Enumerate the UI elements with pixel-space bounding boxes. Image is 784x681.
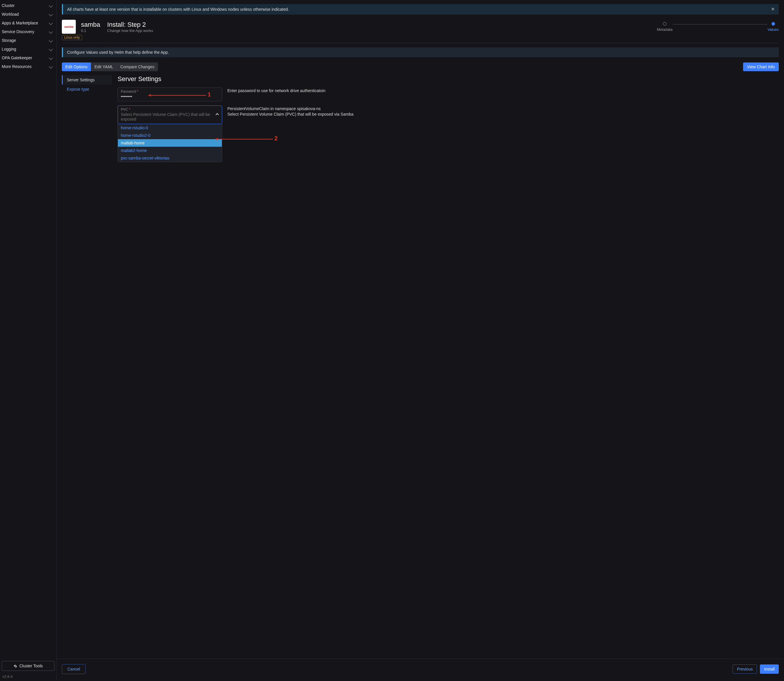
gear-icon [14, 664, 17, 668]
previous-button[interactable]: Previous [733, 664, 757, 674]
pvc-option[interactable]: home-rstudio2-0 [118, 131, 222, 139]
tab-edit-options[interactable]: Edit Options [62, 62, 91, 71]
nav-label: More Resources [2, 64, 32, 69]
password-row: Password * Enter password to use for net… [118, 87, 779, 101]
pvc-help-line1: PersistentVolumeClaim in namespace spisa… [228, 106, 779, 112]
nav-item-workload[interactable]: Workload [0, 10, 56, 19]
banner-text: All charts have at least one version tha… [67, 7, 289, 12]
app-icon: samba [62, 20, 76, 34]
nav-label: Storage [2, 38, 16, 43]
required-icon: * [137, 89, 139, 93]
pvc-option[interactable]: matlab2-home [118, 147, 222, 154]
nav-item-apps[interactable]: Apps & Marketplace [0, 19, 56, 27]
nav-label: Workload [2, 12, 19, 17]
nav-item-service-discovery[interactable]: Service Discovery [0, 27, 56, 36]
step-values[interactable]: Values [767, 22, 779, 32]
step-circle-icon [771, 22, 775, 25]
content: All charts have at least one version tha… [57, 0, 784, 659]
chevron-down-icon [49, 30, 53, 34]
pvc-option[interactable]: home-rstudio-0 [118, 124, 222, 131]
install-title-block: Install: Step 2 Change how the App works [107, 21, 153, 33]
header-row: samba samba 0.1 Install: Step 2 Change h… [62, 20, 779, 34]
app-title-block: samba 0.1 [81, 21, 100, 33]
tab-compare[interactable]: Compare Changes [117, 62, 158, 71]
install-button[interactable]: Install [760, 664, 779, 674]
label-text: Password [121, 89, 136, 93]
section-body: Server Settings Password * Enter passwor… [112, 75, 779, 174]
section-nav: Server Settings Expose type [62, 75, 112, 174]
linux-badge: Linux only [62, 35, 82, 40]
annotation-arrow-2 [215, 139, 273, 139]
pvc-row: PVC * Select Persistent Volume Claim (PV… [118, 106, 779, 124]
badges: Linux only [62, 35, 779, 40]
password-field[interactable]: Password * [118, 87, 222, 101]
tab-group: Edit Options Edit YAML Compare Changes [62, 62, 158, 71]
step-label: Metadata [657, 27, 672, 32]
label-text: PVC [121, 108, 128, 112]
cluster-tools-button[interactable]: Cluster Tools [2, 661, 55, 671]
step-metadata[interactable]: Metadata [657, 22, 672, 32]
divider [62, 43, 779, 43]
info-banner: All charts have at least one version tha… [62, 4, 779, 14]
nav-item-cluster[interactable]: Cluster [0, 1, 56, 10]
pvc-help-line2: Select Persistent Volume Claim (PVC) tha… [228, 112, 779, 117]
cancel-button[interactable]: Cancel [62, 664, 86, 674]
field-label: Password * [121, 89, 219, 93]
app-version: 0.1 [81, 29, 100, 33]
chevron-down-icon [49, 38, 53, 43]
pvc-dropdown: home-rstudio-0 home-rstudio2-0 matlab-ho… [118, 124, 222, 162]
app-root: Cluster Workload Apps & Marketplace Serv… [0, 0, 784, 681]
pvc-dropdown-wrap: home-rstudio-0 home-rstudio2-0 matlab-ho… [118, 124, 779, 162]
required-icon: * [129, 108, 130, 112]
nav-label: OPA Gatekeeper [2, 55, 32, 60]
tab-edit-yaml[interactable]: Edit YAML [91, 62, 117, 71]
nav-label: Service Discovery [2, 29, 34, 34]
sidebar: Cluster Workload Apps & Marketplace Serv… [0, 0, 57, 681]
view-chart-button[interactable]: View Chart Info [743, 62, 779, 71]
version-label: v2.6.4 [0, 673, 56, 681]
stepper: Metadata Values [657, 22, 779, 32]
step-line [672, 24, 767, 24]
pvc-option[interactable]: pvc-samba-secret-viktorias [118, 154, 222, 162]
footer: Cancel Previous Install [57, 659, 784, 681]
step-circle-icon [663, 22, 666, 25]
password-help: Enter password to use for network drive … [228, 87, 779, 93]
chevron-down-icon [49, 21, 53, 25]
nav-label: Logging [2, 47, 16, 51]
nav-item-opa[interactable]: OPA Gatekeeper [0, 54, 56, 62]
pvc-option-highlight[interactable]: matlab-home [118, 139, 222, 147]
close-icon[interactable]: ✕ [771, 7, 775, 12]
chevron-down-icon [49, 3, 53, 8]
section-row: Server Settings Expose type Server Setti… [62, 75, 779, 174]
pvc-field[interactable]: PVC * Select Persistent Volume Claim (PV… [118, 106, 222, 124]
nav-label: Apps & Marketplace [2, 21, 38, 25]
section-nav-expose-type[interactable]: Expose type [62, 84, 112, 94]
configure-banner: Configure Values used by Helm that help … [62, 48, 779, 57]
section-nav-server-settings[interactable]: Server Settings [62, 75, 112, 84]
page-subtitle: Change how the App works [107, 29, 153, 33]
main: All charts have at least one version tha… [57, 0, 784, 681]
app-name: samba [81, 21, 100, 29]
nav-label: Cluster [2, 3, 14, 8]
nav-item-more[interactable]: More Resources [0, 62, 56, 71]
chevron-down-icon [49, 12, 53, 16]
nav-item-logging[interactable]: Logging [0, 45, 56, 54]
field-label: PVC * [121, 108, 219, 112]
annotation-num-2: 2 [274, 135, 278, 142]
page-title: Install: Step 2 [107, 21, 153, 29]
pvc-help: PersistentVolumeClaim in namespace spisa… [228, 106, 779, 117]
cluster-tools-label: Cluster Tools [19, 664, 43, 668]
chevron-down-icon [49, 65, 53, 68]
section-title: Server Settings [118, 75, 779, 83]
tab-row: Edit Options Edit YAML Compare Changes V… [62, 62, 779, 71]
step-label: Values [767, 27, 779, 32]
sidebar-nav: Cluster Workload Apps & Marketplace Serv… [0, 0, 56, 659]
chevron-down-icon [49, 47, 53, 51]
password-input[interactable] [121, 93, 219, 99]
sidebar-footer: Cluster Tools [0, 659, 56, 673]
chevron-down-icon [49, 56, 53, 60]
pvc-placeholder: Select Persistent Volume Claim (PVC) tha… [121, 112, 219, 122]
app-icon-text: samba [64, 25, 73, 29]
nav-item-storage[interactable]: Storage [0, 36, 56, 45]
configure-banner-text: Configure Values used by Helm that help … [67, 50, 169, 55]
